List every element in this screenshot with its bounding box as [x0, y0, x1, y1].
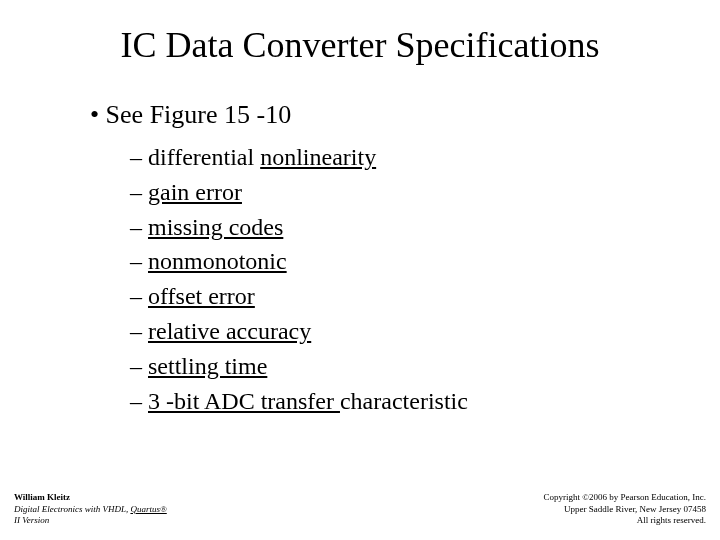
footer-book: Digital Electronics with VHDL, Quartus®	[14, 504, 167, 515]
slide-title: IC Data Converter Specifications	[0, 24, 720, 66]
list-item: –missing codes	[130, 210, 650, 245]
bullet-level1: See Figure 15 -10	[90, 100, 650, 130]
item-plain: characteristic	[340, 388, 468, 414]
item-link[interactable]: gain error	[148, 179, 242, 205]
footer-rights: All rights reserved.	[543, 515, 706, 526]
footer-author: William Kleitz	[14, 492, 167, 503]
slide: IC Data Converter Specifications See Fig…	[0, 0, 720, 540]
list-item: –offset error	[130, 279, 650, 314]
item-link[interactable]: relative accuracy	[148, 318, 311, 344]
item-link[interactable]: missing codes	[148, 214, 283, 240]
footer-right: Copyright ©2006 by Pearson Education, In…	[543, 492, 706, 526]
footer-book-line3: II Version	[14, 515, 167, 526]
footer-book-trademark: Quartus®	[130, 504, 166, 514]
sublist: –differential nonlinearity –gain error –…	[130, 140, 650, 418]
footer-book-title: Digital Electronics with VHDL,	[14, 504, 130, 514]
footer-left: William Kleitz Digital Electronics with …	[14, 492, 167, 526]
item-plain: differential	[148, 144, 260, 170]
item-link[interactable]: nonmonotonic	[148, 248, 287, 274]
footer-address: Upper Saddle River, New Jersey 07458	[543, 504, 706, 515]
item-link[interactable]: 3 -bit ADC transfer	[148, 388, 340, 414]
list-item: –relative accuracy	[130, 314, 650, 349]
slide-body: See Figure 15 -10 –differential nonlinea…	[90, 100, 650, 418]
footer-copyright: Copyright ©2006 by Pearson Education, In…	[543, 492, 706, 503]
list-item: –settling time	[130, 349, 650, 384]
list-item: –3 -bit ADC transfer characteristic	[130, 384, 650, 419]
item-link[interactable]: nonlinearity	[260, 144, 376, 170]
item-link[interactable]: offset error	[148, 283, 255, 309]
list-item: –nonmonotonic	[130, 244, 650, 279]
list-item: –differential nonlinearity	[130, 140, 650, 175]
item-link[interactable]: settling time	[148, 353, 267, 379]
list-item: –gain error	[130, 175, 650, 210]
